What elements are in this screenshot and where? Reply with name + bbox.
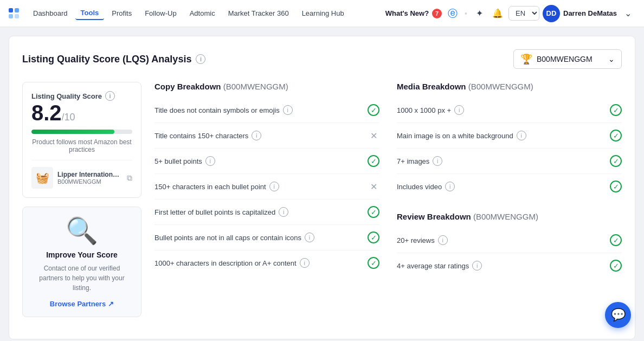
improve-card: 🔍 Improve Your Score Contact one of our … — [22, 207, 141, 317]
nav-item-market-tracker[interactable]: Market Tracker 360 — [223, 7, 294, 20]
product-asin: B00MWENGGM — [57, 178, 123, 185]
media-row-1: Main image is on a white background i ✓ — [397, 123, 622, 149]
content-grid: Listing Quality Score i 8.2/10 Product f… — [22, 82, 622, 317]
improve-description: Contact one of our verified partners to … — [31, 263, 132, 293]
media-row-3: Includes video i ✓ — [397, 174, 622, 199]
info-icon[interactable]: i — [454, 105, 464, 115]
app-logo[interactable] — [9, 8, 19, 18]
info-icon[interactable]: i — [300, 258, 310, 268]
review-row-1: 4+ average star ratings i ✓ — [397, 253, 622, 278]
pass-icon: ✓ — [368, 257, 379, 269]
user-name[interactable]: Darren DeMatas — [563, 9, 617, 17]
nav-item-dashboard[interactable]: Dashboard — [28, 7, 73, 20]
whats-new-button[interactable]: What's New? — [385, 9, 429, 17]
pass-icon: ✓ — [610, 104, 622, 116]
media-breakdown: Media Breakdown (B00MWENGGM) 1000 x 1000… — [397, 82, 622, 199]
copy-breakdown: Copy Breakdown (B00MWENGGM) Title does n… — [154, 82, 379, 317]
pass-icon: ✓ — [610, 234, 622, 246]
media-row-0: 1000 x 1000 px + i ✓ — [397, 98, 622, 123]
pass-icon: ✓ — [610, 260, 622, 272]
copy-row-5: Bullet points are not in all caps or con… — [154, 225, 379, 250]
ai-icon[interactable]: ✦ — [472, 6, 487, 21]
language-selector[interactable]: EN — [508, 6, 539, 21]
fail-icon: ✕ — [368, 130, 379, 141]
navbar: Dashboard Tools Profits Follow-Up Adtomi… — [0, 0, 644, 27]
trophy-icon: 🏆 — [520, 53, 532, 65]
score-out-of: /10 — [62, 112, 75, 123]
nav-tools: What's New? 7 ⓔ • ✦ 🔔 EN DD Darren DeMat… — [385, 5, 635, 22]
copy-row-0: Title does not contain symbols or emojis… — [154, 98, 379, 123]
media-breakdown-title: Media Breakdown (B00MWENGGM) — [397, 82, 622, 91]
separator: • — [465, 9, 467, 18]
pass-icon: ✓ — [368, 231, 379, 243]
whats-new-badge: 7 — [432, 9, 442, 18]
pass-icon: ✓ — [610, 130, 622, 141]
asin-value: B00MWENGGM — [537, 55, 593, 63]
copy-breakdown-asin: (B00MWENGGM) — [223, 82, 288, 91]
review-row-0: 20+ reviews i ✓ — [397, 228, 622, 253]
external-link-icon: ↗ — [108, 300, 114, 308]
nav-item-tools[interactable]: Tools — [75, 7, 105, 20]
score-bar-fill — [31, 130, 114, 134]
copy-breakdown-title: Copy Breakdown (B00MWENGGM) — [154, 82, 379, 91]
score-card: Listing Quality Score i 8.2/10 Product f… — [22, 82, 141, 198]
right-panel: Copy Breakdown (B00MWENGGM) Title does n… — [154, 82, 622, 317]
score-label: Listing Quality Score i — [31, 91, 132, 101]
product-name: Lipper International... — [57, 171, 123, 178]
avatar[interactable]: DD — [543, 5, 560, 22]
pass-icon: ✓ — [610, 181, 622, 192]
score-info-icon[interactable]: i — [105, 91, 115, 101]
info-icon[interactable]: i — [517, 131, 526, 140]
info-icon[interactable]: i — [252, 131, 261, 140]
info-icon[interactable]: i — [445, 182, 455, 191]
asin-chevron-icon: ⌄ — [608, 55, 615, 63]
info-icon[interactable]: i — [438, 235, 448, 245]
improve-title: Improve Your Score — [31, 250, 132, 259]
copy-row-2: 5+ bullet points i ✓ — [154, 149, 379, 174]
info-icon[interactable]: i — [283, 105, 293, 115]
info-icon[interactable]: i — [472, 261, 482, 271]
chat-button[interactable]: 💬 — [605, 302, 631, 328]
nav-item-learning-hub[interactable]: Learning Hub — [297, 7, 350, 20]
media-breakdown-asin: (B00MWENGGM) — [468, 82, 533, 91]
score-description: Product follows most Amazon best practic… — [31, 138, 132, 153]
info-icon[interactable]: i — [279, 207, 288, 217]
pass-icon: ✓ — [368, 206, 379, 218]
left-panel: Listing Quality Score i 8.2/10 Product f… — [22, 82, 141, 317]
media-review-col: Media Breakdown (B00MWENGGM) 1000 x 1000… — [397, 82, 622, 317]
page-header: Listing Quality Score (LQS) Analysis i 🏆… — [22, 49, 622, 69]
info-icon[interactable]: i — [269, 182, 279, 191]
asin-selector[interactable]: 🏆 B00MWENGGM ⌄ — [513, 49, 622, 69]
copy-row-1: Title contains 150+ characters i ✕ — [154, 123, 379, 149]
score-value: 8.2 — [31, 101, 62, 125]
product-thumbnail: 🧺 — [31, 167, 53, 189]
media-row-2: 7+ images i ✓ — [397, 149, 622, 174]
info-icon[interactable]: i — [433, 156, 442, 166]
fail-icon: ✕ — [368, 181, 379, 192]
nav-item-adtomic[interactable]: Adtomic — [184, 7, 221, 20]
copy-row-4: First letter of bullet points is capital… — [154, 200, 379, 225]
nav-item-followup[interactable]: Follow-Up — [139, 7, 182, 20]
bell-icon[interactable]: 🔔 — [490, 6, 505, 21]
score-bar — [31, 130, 132, 134]
main-content: Listing Quality Score (LQS) Analysis i 🏆… — [9, 36, 635, 339]
review-breakdown-asin: (B00MWENGGM) — [473, 212, 538, 221]
nav-item-profits[interactable]: Profits — [106, 7, 137, 20]
page-title: Listing Quality Score (LQS) Analysis i — [22, 54, 205, 65]
improve-illustration: 🔍 — [31, 216, 132, 246]
pass-icon: ✓ — [368, 104, 379, 116]
browse-partners-link[interactable]: Browse Partners ↗ — [50, 300, 114, 308]
copy-row-6: 1000+ characters in description or A+ co… — [154, 250, 379, 275]
pass-icon: ✓ — [368, 155, 379, 167]
info-icon[interactable]: i — [205, 156, 215, 166]
review-breakdown: Review Breakdown (B00MWENGGM) 20+ review… — [397, 212, 622, 278]
pass-icon: ✓ — [610, 155, 622, 167]
title-info-icon[interactable]: i — [196, 54, 205, 64]
review-breakdown-title: Review Breakdown (B00MWENGGM) — [397, 212, 622, 221]
user-chevron-icon[interactable]: ⌄ — [620, 6, 635, 21]
info-icon[interactable]: i — [305, 233, 314, 242]
copy-row-3: 150+ characters in each bullet point i ✕ — [154, 174, 379, 200]
facebook-icon[interactable]: ⓔ — [445, 6, 460, 21]
copy-asin-icon[interactable]: ⧉ — [127, 173, 132, 183]
product-row: 🧺 Lipper International... B00MWENGGM ⧉ — [31, 160, 132, 189]
